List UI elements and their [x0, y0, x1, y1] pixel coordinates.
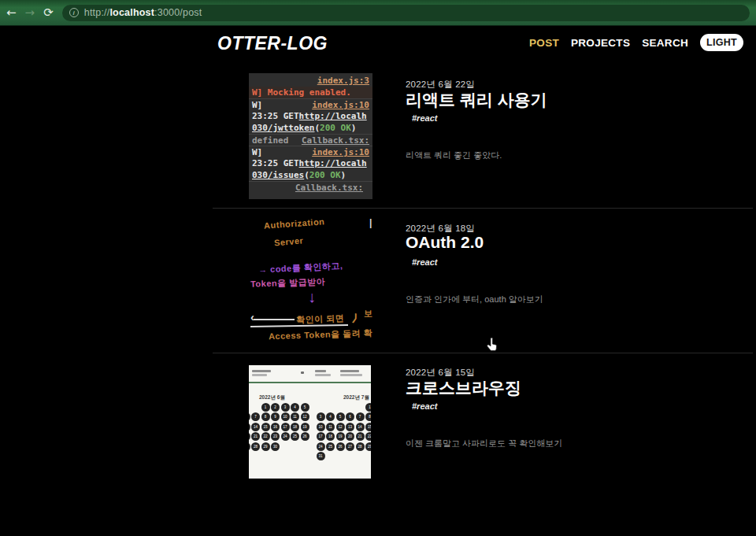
sketch-text: Server: [274, 235, 304, 247]
console-text: index.js:10: [312, 100, 369, 109]
calendar-day: 2: [271, 403, 280, 412]
calendar-day: 3: [281, 403, 290, 412]
post-description: 리액트 쿼리 좋긴 좋았다.: [406, 150, 502, 161]
calendar-day: 30: [271, 442, 280, 451]
sketch-text: Authorization: [264, 216, 325, 230]
sketch-underline: [250, 324, 348, 327]
calendar-header-text: [340, 374, 362, 376]
post-tag[interactable]: #react: [412, 257, 437, 267]
post-text-block: 2022년 6월 18일OAuth 2.0#react인증과 인가에 부터, o…: [406, 223, 744, 313]
calendar-day: 4: [326, 412, 335, 421]
calendar-day: 21: [356, 432, 365, 441]
calendar-day: 19: [336, 432, 345, 441]
site-nav: POST PROJECTS SEARCH LIGHT: [529, 34, 743, 51]
console-text: http://localh: [299, 158, 367, 168]
calendar-day: 10: [317, 423, 325, 431]
calendar-day: 8: [261, 412, 270, 421]
calendar-day: 20: [249, 432, 250, 441]
calendar-day: 1: [365, 403, 371, 412]
nav-item-post[interactable]: POST: [529, 37, 559, 49]
console-text: ): [341, 170, 346, 180]
calendar-day: 12: [301, 412, 309, 421]
post-tag[interactable]: #react: [412, 401, 437, 411]
url-text: http://localhost:3000/post: [84, 7, 202, 18]
console-text: Callback.tsx:: [295, 183, 363, 192]
post-thumbnail[interactable]: AuthorizationServer|→ code를 확인하고,Token을 …: [249, 214, 372, 352]
console-line: Callback.tsx:: [249, 181, 372, 193]
console-text: 200 OK: [309, 170, 341, 180]
calendar-day: 13: [249, 423, 250, 431]
calendar-day: 4: [291, 403, 299, 412]
console-line: index.js:3: [249, 75, 372, 87]
calendar-day: 11: [326, 423, 335, 431]
post-tag[interactable]: #react: [412, 113, 437, 123]
console-line: 23:25 GET http://localh: [249, 157, 372, 169]
calendar-day: 31: [317, 452, 325, 460]
calendar-day: 18: [291, 423, 299, 431]
back-icon[interactable]: ←: [6, 7, 17, 19]
calendar-day: 25: [326, 442, 335, 451]
console-line: W] Mocking enabled.: [249, 87, 372, 98]
calendar-day: 17: [281, 423, 290, 431]
calendar-day: 26: [301, 432, 309, 441]
console-line: 030/issues (200 OK): [249, 169, 372, 181]
calendar-header-text: [252, 374, 267, 376]
browser-chrome: ← → ⟳ i http://localhost:3000/post: [0, 0, 756, 26]
calendar-day: 18: [326, 432, 335, 441]
post-text-block: 2022년 6월 22일리액트 쿼리 사용기#react리액트 쿼리 좋긴 좋았…: [406, 79, 744, 169]
console-text: Callback.tsx:: [302, 135, 369, 145]
nav-item-projects[interactable]: PROJECTS: [571, 37, 630, 49]
console-line: definedCallback.tsx:: [249, 134, 372, 146]
calendar-day: 25: [291, 432, 299, 441]
console-text: W] Mocking enabled.: [252, 87, 351, 98]
mouse-cursor-icon: [485, 338, 499, 353]
calendar-header-text: [315, 370, 326, 372]
console-text: 030/jwttoken: [252, 123, 314, 133]
post-thumbnail[interactable]: index.js:3W] Mocking enabled.W]index.js:…: [249, 73, 372, 199]
url-bar[interactable]: i http://localhost:3000/post: [62, 5, 750, 21]
forward-icon[interactable]: →: [25, 7, 35, 19]
theme-toggle-button[interactable]: LIGHT: [700, 34, 743, 51]
calendar-day: 22: [261, 432, 270, 441]
post-description: 인증과 인가에 부터, oauth 알아보기: [406, 294, 543, 305]
post-title[interactable]: 크로스브라우징: [406, 377, 521, 399]
post-text-block: 2022년 6월 15일크로스브라우징#react이젠 크롬말고 사파리로도 꼭…: [406, 367, 744, 457]
calendar-day: 11: [291, 412, 299, 421]
console-text: (: [314, 123, 320, 133]
calendar-day: 6: [249, 412, 250, 421]
post-title[interactable]: 리액트 쿼리 사용기: [406, 89, 547, 111]
calendar-day: 23: [271, 432, 280, 441]
sketch-arrow-line: [254, 319, 295, 320]
sketch-text: ‹: [250, 310, 255, 323]
calendar-day: 7: [356, 412, 365, 421]
info-icon[interactable]: i: [69, 8, 79, 17]
sketch-text: ↓: [308, 288, 317, 306]
sketch-text: |: [369, 217, 372, 228]
post-title[interactable]: OAuth 2.0: [406, 233, 484, 252]
calendar-day: 27: [249, 442, 250, 451]
calendar-day: 10: [281, 412, 290, 421]
calendar-day: 15: [365, 423, 371, 431]
nav-item-search[interactable]: SEARCH: [642, 37, 688, 49]
sketch-text: → code를 확인하고,: [258, 260, 343, 276]
calendar-day: 21: [251, 432, 260, 441]
console-text: W]: [252, 147, 262, 157]
calendar-day: 9: [271, 412, 280, 421]
calendar-day: 5: [301, 403, 309, 412]
refresh-icon[interactable]: ⟳: [43, 7, 54, 19]
calendar-day: 7: [251, 412, 260, 421]
console-text: index.js:3: [317, 76, 369, 86]
calendar-month-label: 2022년 6월: [259, 394, 285, 401]
sketch-text: ⟩: [351, 311, 361, 324]
console-text: 23:25 GET: [252, 158, 299, 168]
console-text: (: [304, 170, 309, 180]
calendar-day: 29: [261, 442, 270, 451]
console-text: 200 OK: [320, 123, 351, 133]
site-logo[interactable]: OTTER-LOG: [217, 33, 328, 54]
calendar-header-text: [301, 372, 304, 374]
console-text: defined: [252, 135, 288, 145]
calendar-header-text: [340, 370, 359, 372]
calendar-day: 19: [301, 423, 309, 431]
calendar-day: 26: [336, 442, 345, 451]
post-thumbnail[interactable]: 2022년 6월12345678910111213141516171819202…: [249, 364, 372, 487]
